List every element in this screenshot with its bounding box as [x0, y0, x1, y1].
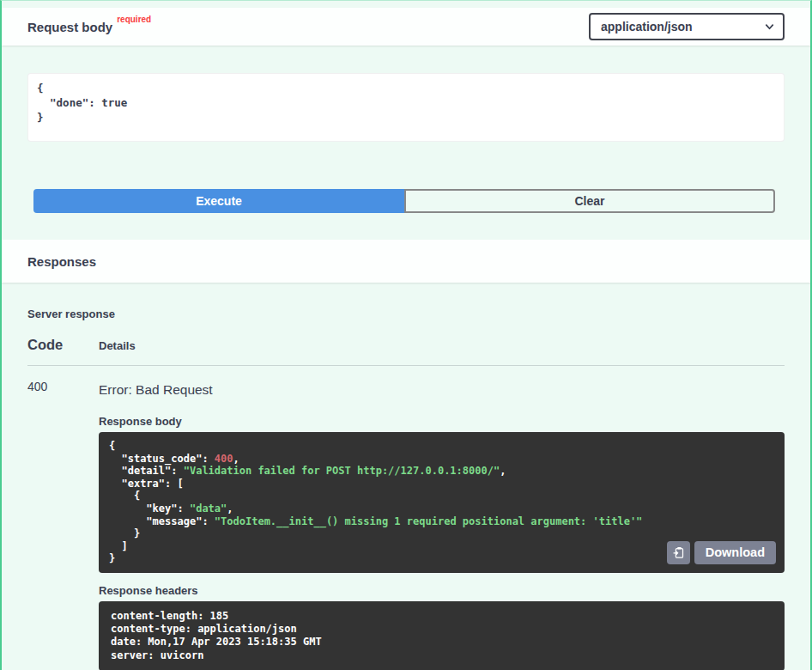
- execute-wrapper: Execute Clear: [33, 189, 775, 213]
- clipboard-icon: [672, 546, 685, 559]
- download-contents: Download: [667, 541, 776, 564]
- response-code: 400: [27, 377, 99, 670]
- opblock-post-body: Request bodyrequired application/json { …: [0, 0, 812, 670]
- response-table-header: Code Details: [27, 337, 785, 353]
- download-button[interactable]: Download: [694, 541, 776, 564]
- response-body-code-block: { "status_code": 400, "detail": "Validat…: [99, 432, 785, 573]
- code-column-header: Code: [27, 337, 99, 353]
- request-body-editor[interactable]: { "done": true }: [27, 73, 785, 142]
- execute-button[interactable]: Execute: [33, 189, 404, 213]
- responses-header: Responses: [2, 240, 810, 283]
- request-body-title: Request bodyrequired: [27, 19, 151, 34]
- content-type-select-wrapper: application/json: [589, 13, 785, 40]
- content-type-select[interactable]: application/json: [589, 13, 785, 40]
- copy-to-clipboard-button[interactable]: [667, 541, 690, 564]
- required-badge: required: [117, 15, 151, 24]
- request-body-header: Request bodyrequired application/json: [2, 8, 810, 46]
- responses-title: Responses: [27, 254, 96, 269]
- request-body-editor-wrap: { "done": true }: [2, 46, 810, 142]
- request-body-title-text: Request body: [27, 20, 112, 34]
- response-headers-label: Response headers: [99, 584, 785, 597]
- server-response-title: Server response: [27, 308, 785, 320]
- response-headers-block: content-length: 185content-type: applica…: [99, 601, 785, 670]
- response-status-text: Error: Bad Request: [99, 382, 785, 398]
- clear-button[interactable]: Clear: [404, 189, 775, 213]
- response-body-label: Response body: [99, 415, 785, 428]
- details-column-header: Details: [99, 339, 785, 352]
- response-details: Error: Bad Request Response body { "stat…: [99, 377, 785, 670]
- response-headers-text: content-length: 185content-type: applica…: [111, 610, 773, 662]
- response-row-400: 400 Error: Bad Request Response body { "…: [27, 366, 785, 670]
- responses-section: Server response Code Details 400 Error: …: [2, 283, 810, 670]
